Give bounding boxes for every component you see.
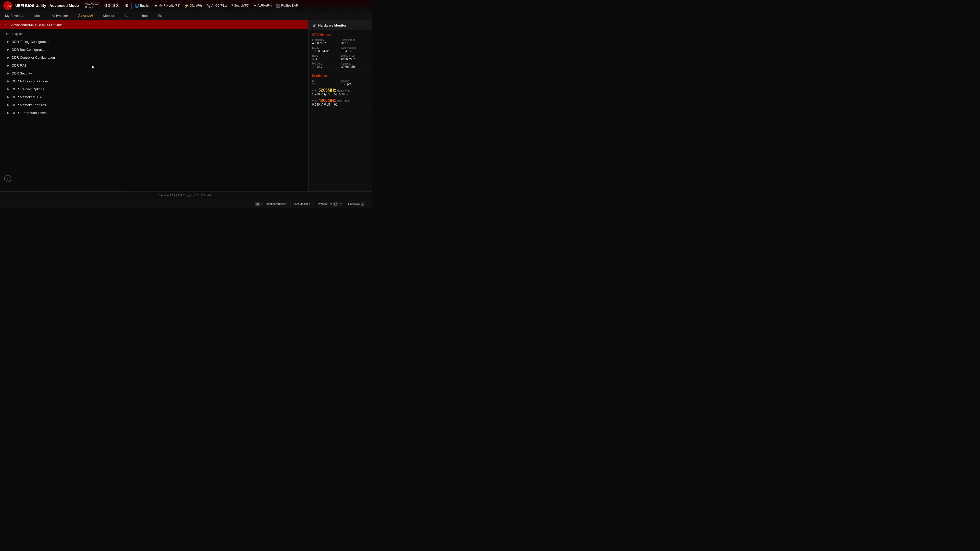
mc-volt-value: 1.412 V [312, 65, 339, 68]
menu-item-ddr-bus[interactable]: ▶ DDR Bus Configuration [0, 46, 308, 54]
menu-item-ddr-turnaround[interactable]: ▶ DDR Turnaround Times [0, 109, 308, 117]
menu-list: ▶ DDR Timing Configuration ▶ DDR Bus Con… [0, 37, 308, 118]
tool-ai-oc[interactable]: 🔧 AI OC(F11) [206, 3, 227, 8]
rog-logo-icon: ROG [3, 1, 12, 10]
menu-item-label: DDR Controller Configuration [12, 56, 55, 59]
menu-item-label: DDR Security [12, 71, 32, 75]
menu-item-ddr-timing[interactable]: ▶ DDR Timing Configuration [0, 38, 308, 46]
nav-monitor[interactable]: Monitor [98, 11, 119, 20]
v-for-5205-label: V for [312, 89, 318, 92]
tool-english-label: English [140, 4, 150, 7]
arrow-icon: ▶ [7, 79, 9, 83]
cpu-memory-grid: Frequency 4300 MHz Temperature 31°C BCLK… [312, 38, 368, 68]
menu-item-label: DDR Bus Configuration [12, 48, 46, 52]
back-arrow-icon[interactable]: ← [4, 22, 8, 27]
nav-main[interactable]: Main [29, 11, 46, 20]
frequency-item: Frequency 4300 MHz [312, 38, 339, 45]
tool-search[interactable]: ? Search(F9) [231, 3, 249, 8]
aura-icon: ✦ [253, 3, 256, 8]
globe-icon: 🌐 [135, 3, 139, 8]
nav-ai-tweaker[interactable]: Ai Tweaker [47, 11, 73, 20]
header-divider2 [131, 3, 132, 9]
ai-icon: 🔧 [206, 3, 210, 8]
prediction-title: Prediction [312, 74, 368, 78]
header-tools: 🌐 English ★ My Favorite(F3) ⚡ Qfan(F6) 🔧… [135, 3, 369, 8]
dram-freq-label: DRAM Freq. [341, 54, 368, 57]
bclk-value: 100.00 MHz [312, 49, 339, 53]
menu-item-label: DDR RAS [12, 64, 27, 67]
menu-item-ddr-security[interactable]: ▶ DDR Security [0, 69, 308, 77]
q-dashboard-button[interactable]: Ins Q-Dashboard(Insert) [251, 199, 290, 208]
hw-monitor-panel: 🖥 Hardware Monitor CPU/Memory Frequency … [308, 21, 372, 191]
last-modified-button[interactable]: Last Modified [290, 199, 313, 208]
nav-advanced[interactable]: Advanced [73, 11, 98, 20]
header: ROG UEFI BIOS Utility - Advanced Mode 09… [0, 0, 372, 11]
cooler-label: Cooler [341, 79, 368, 83]
dram-freq-item: DRAM Freq. 6400 MHz [341, 54, 368, 61]
settings-icon[interactable]: ⚙ [125, 3, 128, 8]
menu-item-label: DDR Memory MBIST [12, 95, 43, 99]
monitor-icon: 🖥 [312, 23, 316, 27]
bclk-item: BCLK 100.00 MHz [312, 46, 339, 53]
insert-key: Ins [255, 202, 260, 206]
footer-buttons: Ins Q-Dashboard(Insert) Last Modified Ez… [0, 199, 372, 208]
bclk-label: BCLK [312, 46, 339, 49]
menu-item-ddr-memory-features[interactable]: ▶ DDR Memory Features [0, 101, 308, 109]
menu-item-label: DDR Timing Configuration [12, 40, 50, 44]
ezmode-button[interactable]: EzMode(F7) F7 ⊣ [313, 199, 345, 208]
tool-my-favorite[interactable]: ★ My Favorite(F3) [154, 3, 180, 8]
cooler-item: Cooler 166 pts [341, 79, 368, 86]
f7-key: F7 [333, 202, 339, 206]
mc-volt-label: MC Volt. [312, 62, 339, 65]
hw-monitor-header: 🖥 Hardware Monitor [309, 21, 372, 30]
ratio-value: 43x [312, 57, 339, 61]
nav-exit[interactable]: Exit [153, 11, 169, 20]
tool-aioc-label: AI OC(F11) [211, 4, 227, 7]
dos-thresh-label: Dos Thresh [337, 100, 350, 102]
section-title: DDR Options [0, 29, 308, 37]
menu-item-ddr-addressing[interactable]: ▶ DDR Addressing Options [0, 77, 308, 85]
last-modified-label: Last Modified [293, 202, 310, 205]
nav-boot[interactable]: Boot [119, 11, 137, 20]
info-icon[interactable]: i [4, 175, 11, 182]
info-section: i [4, 175, 11, 182]
tool-aura-label: AURA(F4) [258, 4, 272, 7]
menu-item-label: DDR Memory Features [12, 103, 46, 107]
tool-english[interactable]: 🌐 English [135, 3, 150, 8]
nav-my-favorites[interactable]: My Favorites [0, 11, 29, 20]
tool-qfan[interactable]: ⚡ Qfan(F6) [184, 3, 202, 8]
menu-item-label: DDR Training Options [12, 87, 44, 91]
cpu-memory-section: CPU/Memory Frequency 4300 MHz Temperatur… [309, 30, 372, 71]
main-layout: ← Advanced\AMD CBS\DDR Options DDR Optio… [0, 21, 372, 191]
menu-item-ddr-controller[interactable]: ▶ DDR Controller Configuration [0, 54, 308, 62]
menu-item-label: DDR Addressing Options [12, 79, 49, 83]
fan-icon: ⚡ [184, 3, 189, 8]
core-voltage-label: Core Voltage [341, 46, 368, 49]
arrow-icon: ▶ [7, 64, 9, 67]
content-area: ← Advanced\AMD CBS\DDR Options DDR Optio… [0, 21, 308, 191]
nav-tool[interactable]: Tool [137, 11, 153, 20]
tool-resizebar-label: ReSize BAR [281, 4, 298, 7]
arrow-icon: ▶ [7, 56, 9, 59]
v-for-4300-label: V for [312, 100, 318, 102]
prediction-sp-cooler: SP 119 Cooler 166 pts [312, 79, 368, 86]
f1-key: ? [361, 202, 364, 206]
menu-item-ddr-training[interactable]: ▶ DDR Training Options [0, 85, 308, 93]
ezmode-label: EzMode(F7) [317, 202, 332, 205]
breadcrumb: ← Advanced\AMD CBS\DDR Options [0, 21, 308, 29]
menu-item-ddr-ras[interactable]: ▶ DDR RAS [0, 62, 308, 69]
menu-item-ddr-mbist[interactable]: ▶ DDR Memory MBIST [0, 93, 308, 101]
time-display: 00:33 [104, 2, 119, 9]
v-5205-sub: 1.260 V @L5 [312, 93, 330, 96]
arrow-icon: ▶ [7, 72, 9, 75]
hot-keys-button[interactable]: Hot Keys ? [345, 199, 368, 208]
v-5205-row: V for 5205MHz Heavy Freq 1.260 V @L5 520… [312, 88, 368, 96]
bios-title: UEFI BIOS Utility - Advanced Mode [15, 3, 79, 8]
datetime-display: 09/27/2024 Friday [85, 2, 99, 9]
v-4300-row: V for 4300MHz Dos Thresh 0.930 V @L5 91 [312, 98, 368, 106]
tool-resize-bar[interactable]: ⬛ ReSize BAR [276, 3, 298, 8]
dram-freq-value: 6400 MHz [341, 57, 368, 61]
menu-item-label: DDR Turnaround Times [12, 111, 47, 115]
sp-item: SP 119 [312, 79, 339, 86]
tool-aura[interactable]: ✦ AURA(F4) [253, 3, 272, 8]
